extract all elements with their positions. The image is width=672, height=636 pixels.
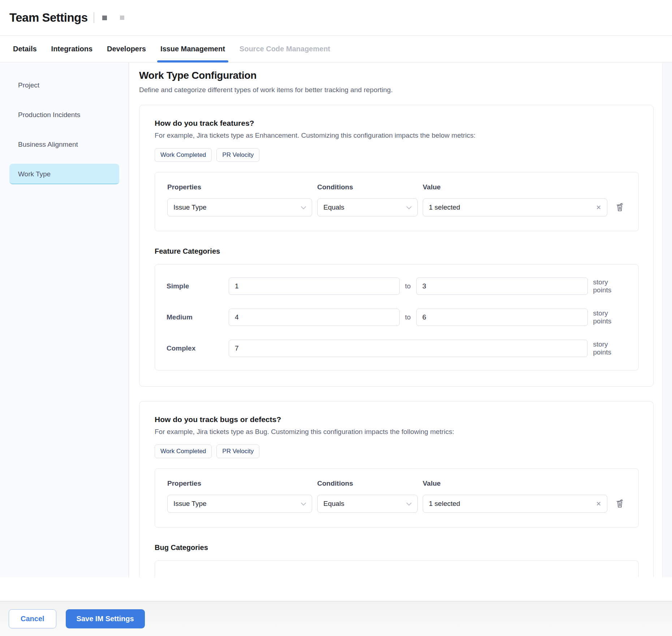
- sidebar-item-work-type[interactable]: Work Type: [9, 164, 119, 184]
- chevron-down-icon: [301, 203, 306, 211]
- clear-selection-icon[interactable]: ✕: [596, 205, 601, 211]
- bugs-description: For example, Jira tickets type as Bug. C…: [155, 428, 639, 436]
- sidebar-item-project[interactable]: Project: [9, 75, 119, 95]
- title-divider: [94, 12, 94, 23]
- chevron-down-icon: [406, 203, 412, 211]
- features-property-select[interactable]: Issue Type: [167, 198, 312, 216]
- settings-sidebar: Project Production Incidents Business Al…: [0, 63, 129, 577]
- features-condition-box: Properties Conditions Value Issue Type E…: [155, 172, 639, 231]
- category-row-simple: Simple to story points: [167, 278, 627, 295]
- sidebar-item-business-alignment[interactable]: Business Alignment: [9, 134, 119, 155]
- work-type-panel: Work Type Configuration Define and categ…: [129, 63, 662, 577]
- scrollbar-track[interactable]: [662, 63, 672, 577]
- features-condition-grid: Properties Conditions Value Issue Type E…: [167, 183, 627, 216]
- features-description: For example, Jira tickets type as Enhanc…: [155, 132, 639, 139]
- features-card: How do you track features? For example, …: [139, 105, 654, 387]
- to-label: to: [400, 282, 416, 290]
- simple-to-input[interactable]: [416, 278, 588, 295]
- simple-from-input[interactable]: [229, 278, 400, 295]
- chevron-down-icon: [406, 500, 412, 508]
- category-row-complex: Complex story points: [167, 340, 627, 357]
- bugs-card: How do you track bugs or defects? For ex…: [139, 401, 654, 577]
- trash-icon: [616, 202, 624, 213]
- feature-categories-heading: Feature Categories: [155, 247, 639, 255]
- save-im-settings-button[interactable]: Save IM Settings: [66, 609, 145, 628]
- feature-categories-box: Simple to story points Medium to story p…: [155, 264, 639, 370]
- content-area: Project Production Incidents Business Al…: [0, 63, 672, 577]
- medium-from-input[interactable]: [229, 309, 400, 326]
- badge-work-completed: Work Completed: [155, 148, 212, 162]
- bottom-gap: [0, 577, 672, 601]
- value-label: Value: [423, 183, 607, 191]
- story-points-label: story points: [593, 309, 627, 325]
- medium-to-input[interactable]: [416, 309, 588, 326]
- conditions-label: Conditions: [317, 183, 418, 191]
- to-label: to: [400, 313, 416, 321]
- conditions-label: Conditions: [317, 480, 418, 487]
- bugs-condition-box: Properties Conditions Value Issue Type E…: [155, 468, 639, 528]
- sidebar-item-production-incidents[interactable]: Production Incidents: [9, 104, 119, 125]
- tab-developers[interactable]: Developers: [107, 36, 146, 62]
- properties-label: Properties: [167, 480, 312, 487]
- value-label: Value: [423, 480, 607, 487]
- tab-details[interactable]: Details: [13, 36, 37, 62]
- bugs-heading: How do you track bugs or defects?: [155, 415, 639, 424]
- tab-issue-management[interactable]: Issue Management: [160, 36, 225, 62]
- features-condition-select[interactable]: Equals: [317, 198, 418, 216]
- features-delete-condition-button[interactable]: [612, 198, 627, 216]
- category-label: Medium: [167, 313, 229, 321]
- properties-label: Properties: [167, 183, 312, 191]
- chevron-down-icon: [301, 500, 306, 508]
- section-subtitle: Define and categorize different types of…: [139, 86, 654, 94]
- badge-work-completed: Work Completed: [155, 444, 212, 458]
- bugs-condition-select[interactable]: Equals: [317, 495, 418, 513]
- features-metric-badges: Work Completed PR Velocity: [155, 148, 639, 162]
- page-title: Team Settings: [9, 11, 88, 25]
- tab-bar: Details Integrations Developers Issue Ma…: [0, 35, 672, 63]
- bugs-metric-badges: Work Completed PR Velocity: [155, 444, 639, 458]
- bugs-delete-condition-button[interactable]: [612, 495, 627, 513]
- active-tab-underline: [157, 60, 228, 63]
- section-title: Work Type Configuration: [139, 70, 654, 81]
- tab-integrations[interactable]: Integrations: [51, 36, 92, 62]
- bug-categories-heading: Bug Categories: [155, 543, 639, 552]
- complex-from-input[interactable]: [229, 340, 587, 357]
- trash-icon: [616, 499, 624, 509]
- bug-categories-box: [155, 560, 639, 577]
- square-icon-light: [120, 16, 124, 20]
- category-label: Complex: [167, 344, 229, 352]
- features-value-select[interactable]: 1 selected ✕: [423, 198, 607, 216]
- bugs-value-select[interactable]: 1 selected ✕: [423, 495, 607, 513]
- footer-action-bar: Cancel Save IM Settings: [0, 601, 672, 636]
- page-header: Team Settings: [0, 0, 672, 35]
- square-icon-dark: [102, 16, 107, 20]
- badge-pr-velocity: PR Velocity: [216, 444, 259, 458]
- features-heading: How do you track features?: [155, 119, 639, 128]
- category-row-medium: Medium to story points: [167, 309, 627, 326]
- bugs-condition-grid: Properties Conditions Value Issue Type E…: [167, 480, 627, 513]
- badge-pr-velocity: PR Velocity: [216, 148, 259, 162]
- story-points-label: story points: [593, 340, 627, 356]
- tab-source-code-management[interactable]: Source Code Management: [240, 36, 330, 62]
- clear-selection-icon[interactable]: ✕: [596, 501, 601, 507]
- category-label: Simple: [167, 282, 229, 290]
- story-points-label: story points: [593, 278, 627, 294]
- bugs-property-select[interactable]: Issue Type: [167, 495, 312, 513]
- cancel-button[interactable]: Cancel: [9, 609, 56, 628]
- team-settings-page: Team Settings Details Integrations Devel…: [0, 0, 672, 636]
